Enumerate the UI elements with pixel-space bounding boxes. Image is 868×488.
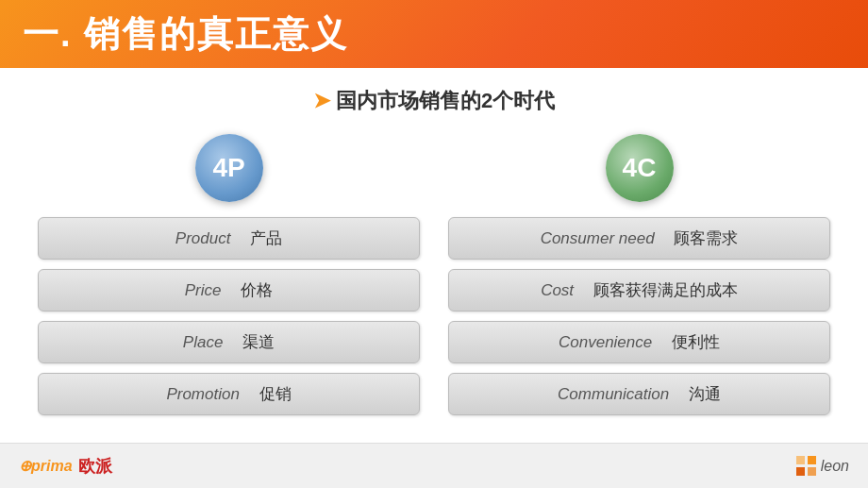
leon-text: leon	[821, 458, 849, 475]
item-convenience-english: Convenience	[559, 333, 652, 351]
item-product: Product 产品	[38, 217, 420, 260]
page-title: 一. 销售的真正意义	[23, 10, 348, 59]
item-list-4p: Product 产品 Price 价格 Place 渠道 Promotion 促…	[38, 217, 420, 415]
item-cost: Cost 顾客获得满足的成本	[448, 269, 830, 311]
item-list-4c: Consumer need 顾客需求 Cost 顾客获得满足的成本 Conven…	[448, 217, 830, 415]
subtitle-row: 国内市场销售的2个时代	[38, 87, 830, 115]
subtitle-text: 国内市场销售的2个时代	[313, 89, 555, 112]
item-promotion-english: Promotion	[166, 385, 239, 403]
item-product-chinese: 产品	[250, 229, 282, 247]
item-price-english: Price	[185, 281, 222, 299]
prima-logo-text: ⊕prima	[19, 457, 73, 475]
sq-tl	[796, 456, 805, 464]
item-product-english: Product	[175, 229, 231, 247]
badge-4c: 4C	[606, 134, 674, 202]
footer: ⊕prima 欧派 leon	[0, 443, 868, 488]
item-convenience-chinese: 便利性	[672, 333, 720, 351]
item-communication-chinese: 沟通	[689, 385, 721, 403]
item-convenience: Convenience 便利性	[448, 321, 830, 363]
sq-tr	[808, 456, 816, 464]
header-bar: 一. 销售的真正意义	[0, 0, 868, 68]
item-place: Place 渠道	[38, 321, 420, 363]
item-consumer-need: Consumer need 顾客需求	[448, 217, 830, 260]
item-consumer-need-english: Consumer need	[541, 229, 655, 247]
leon-logo: leon	[796, 456, 849, 477]
item-cost-english: Cost	[541, 281, 574, 299]
sq-br	[808, 467, 816, 476]
sq-bl	[796, 467, 805, 476]
column-4p: 4P Product 产品 Price 价格 Place 渠道 Promotio…	[38, 134, 420, 415]
column-4c: 4C Consumer need 顾客需求 Cost 顾客获得满足的成本 Con…	[448, 134, 830, 415]
badge-4p: 4P	[195, 134, 263, 202]
item-place-english: Place	[183, 333, 224, 351]
footer-right: leon	[796, 456, 849, 477]
footer-left: ⊕prima 欧派	[19, 455, 112, 478]
item-communication-english: Communication	[558, 385, 669, 403]
item-consumer-need-chinese: 顾客需求	[674, 229, 738, 247]
columns-container: 4P Product 产品 Price 价格 Place 渠道 Promotio…	[38, 134, 830, 415]
main-content: 国内市场销售的2个时代 4P Product 产品 Price 价格 Place…	[0, 68, 868, 443]
item-price-chinese: 价格	[241, 281, 273, 299]
item-promotion-chinese: 促销	[259, 385, 292, 403]
item-price: Price 价格	[38, 269, 420, 311]
item-promotion: Promotion 促销	[38, 373, 420, 415]
oubo-text: 欧派	[78, 455, 112, 478]
item-place-chinese: 渠道	[242, 333, 275, 351]
item-cost-chinese: 顾客获得满足的成本	[593, 281, 738, 299]
item-communication: Communication 沟通	[448, 373, 830, 415]
leon-squares-icon	[796, 456, 817, 477]
